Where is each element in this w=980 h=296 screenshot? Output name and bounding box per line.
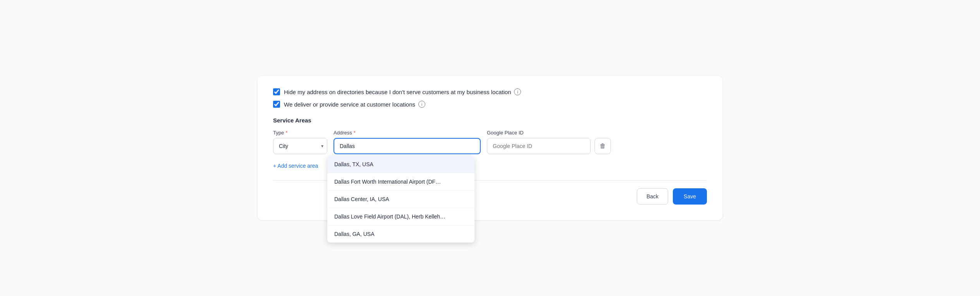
deliver-service-label: We deliver or provide service at custome…: [284, 101, 425, 108]
back-button[interactable]: Back: [637, 188, 668, 205]
dropdown-item[interactable]: Dallas Love Field Airport (DAL), Herb Ke…: [327, 208, 475, 225]
deliver-service-row: We deliver or provide service at custome…: [273, 101, 707, 108]
address-label: Address *: [334, 130, 481, 136]
deliver-service-text: We deliver or provide service at custome…: [284, 101, 415, 108]
type-field-group: Type * City State Country ZIP Code ▾: [273, 130, 327, 154]
page-container: Hide my address on directories because I…: [258, 76, 722, 220]
type-label-text: Type: [273, 130, 284, 136]
delete-service-area-button[interactable]: 🗑: [595, 138, 611, 154]
service-area-row: Type * City State Country ZIP Code ▾ Add…: [273, 130, 707, 154]
google-place-row: 🗑: [487, 138, 611, 154]
trash-icon: 🗑: [600, 143, 606, 150]
deliver-service-checkbox[interactable]: [273, 101, 280, 108]
google-place-input[interactable]: [487, 138, 591, 154]
hide-address-label: Hide my address on directories because I…: [284, 88, 521, 95]
hide-address-info-icon[interactable]: i: [514, 88, 521, 95]
service-areas-title: Service Areas: [273, 117, 707, 124]
deliver-service-info-icon[interactable]: i: [418, 101, 425, 108]
google-place-field-group: Google Place ID 🗑: [487, 130, 611, 154]
dropdown-item[interactable]: Dallas, TX, USA: [327, 156, 475, 173]
type-select-wrapper: City State Country ZIP Code ▾: [273, 138, 327, 154]
address-field-group: Address *: [334, 130, 481, 154]
hide-address-checkbox[interactable]: [273, 88, 280, 95]
hide-address-text: Hide my address on directories because I…: [284, 89, 511, 95]
dropdown-item[interactable]: Dallas Fort Worth International Airport …: [327, 173, 475, 191]
dropdown-item[interactable]: Dallas Center, IA, USA: [327, 191, 475, 208]
address-input[interactable]: [334, 138, 481, 154]
fields-wrapper: Type * City State Country ZIP Code ▾ Add…: [273, 130, 707, 154]
type-label: Type *: [273, 130, 327, 136]
type-required-star: *: [285, 130, 287, 136]
address-dropdown: Dallas, TX, USA Dallas Fort Worth Intern…: [327, 156, 475, 243]
add-service-area-button[interactable]: + Add service area: [273, 163, 318, 169]
hide-address-row: Hide my address on directories because I…: [273, 88, 707, 95]
address-label-text: Address: [334, 130, 352, 136]
google-place-label: Google Place ID: [487, 130, 611, 136]
save-button[interactable]: Save: [673, 188, 707, 205]
type-select[interactable]: City State Country ZIP Code: [273, 138, 327, 154]
dropdown-item[interactable]: Dallas, GA, USA: [327, 225, 475, 243]
address-required-star: *: [354, 130, 356, 136]
